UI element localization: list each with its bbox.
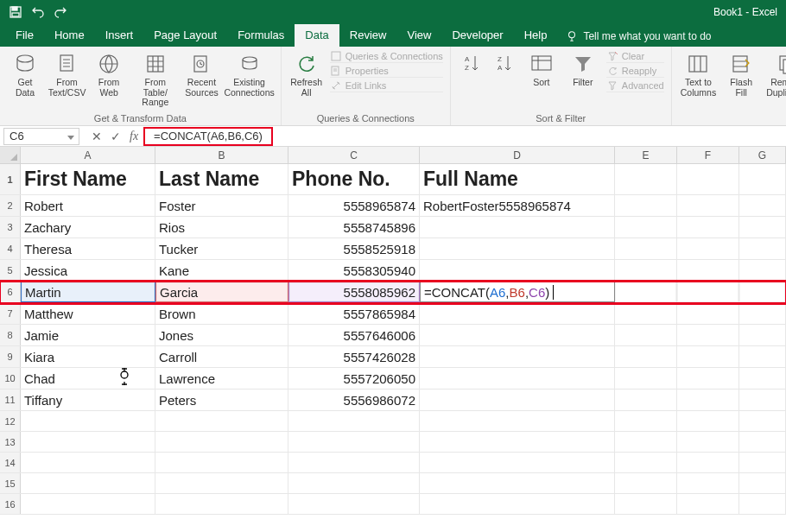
row-header[interactable]: 4	[0, 238, 21, 259]
flash-fill-button[interactable]: FlashFill	[723, 50, 759, 99]
cell[interactable]: Matthew	[21, 303, 155, 324]
tab-help[interactable]: Help	[514, 24, 558, 47]
cell[interactable]: Tucker	[155, 238, 288, 259]
tab-home[interactable]: Home	[44, 24, 95, 47]
spreadsheet-grid[interactable]: A B C D E F G 1 First Name Last Name Pho…	[0, 147, 786, 515]
sort-button[interactable]: Sort	[523, 50, 560, 90]
enter-formula-icon[interactable]: ✓	[111, 130, 121, 143]
fx-icon[interactable]: fx	[130, 130, 138, 143]
advanced-button[interactable]: Advanced	[606, 79, 664, 92]
cell[interactable]	[420, 238, 615, 259]
col-header-g[interactable]: G	[739, 147, 786, 163]
cell[interactable]	[615, 325, 677, 345]
cell[interactable]	[420, 325, 615, 345]
cell[interactable]	[615, 390, 677, 410]
cell[interactable]	[615, 494, 677, 514]
row-header[interactable]: 10	[0, 368, 21, 389]
cell[interactable]	[677, 303, 739, 324]
cell[interactable]	[615, 453, 677, 472]
cell[interactable]	[615, 217, 677, 238]
cell[interactable]: First Name	[21, 164, 155, 194]
cell[interactable]	[155, 494, 288, 514]
row-header[interactable]: 14	[0, 453, 21, 472]
row-header[interactable]: 2	[0, 195, 21, 216]
cell[interactable]: 5558305940	[288, 260, 420, 281]
cell[interactable]	[739, 432, 786, 452]
undo-icon[interactable]	[31, 5, 45, 19]
get-data-button[interactable]: GetData	[7, 50, 43, 99]
cell[interactable]	[420, 432, 615, 452]
tab-pagelayout[interactable]: Page Layout	[143, 24, 227, 47]
remove-duplicates-button[interactable]: RemoveDuplicates	[764, 50, 786, 99]
cell[interactable]	[677, 217, 739, 238]
cell[interactable]	[677, 411, 739, 431]
cell[interactable]	[739, 195, 786, 216]
cell[interactable]: 5557646006	[288, 325, 420, 345]
from-web-button[interactable]: FromWeb	[91, 50, 127, 99]
properties-button[interactable]: Properties	[330, 65, 443, 78]
cell[interactable]	[420, 260, 615, 281]
cell[interactable]: 5557206050	[288, 368, 420, 389]
cell[interactable]	[615, 346, 677, 367]
cell[interactable]	[739, 390, 786, 410]
cell[interactable]	[739, 473, 786, 493]
cell[interactable]: Foster	[155, 195, 288, 216]
cell[interactable]	[615, 411, 677, 431]
cell[interactable]	[739, 411, 786, 431]
filter-button[interactable]: Filter	[565, 50, 601, 90]
tab-view[interactable]: View	[396, 24, 441, 47]
cancel-formula-icon[interactable]: ✕	[92, 130, 102, 143]
tab-file[interactable]: File	[5, 24, 44, 47]
cell[interactable]	[288, 473, 420, 493]
cell[interactable]	[420, 368, 615, 389]
edit-links-button[interactable]: Edit Links	[330, 79, 443, 92]
row-header[interactable]: 7	[0, 303, 21, 324]
cell[interactable]	[420, 411, 615, 431]
cell[interactable]	[739, 282, 786, 302]
cell[interactable]	[677, 260, 739, 281]
cell[interactable]	[288, 494, 420, 514]
cell[interactable]	[615, 432, 677, 452]
cell[interactable]	[615, 238, 677, 259]
cell[interactable]: Brown	[155, 303, 288, 324]
cell[interactable]	[677, 238, 739, 259]
cell[interactable]	[739, 325, 786, 345]
reapply-button[interactable]: Reapply	[606, 65, 664, 78]
cell[interactable]: 5557426028	[288, 346, 420, 367]
recent-sources-button[interactable]: RecentSources	[183, 50, 219, 99]
tab-insert[interactable]: Insert	[95, 24, 144, 47]
cell[interactable]	[615, 473, 677, 493]
cell[interactable]	[739, 346, 786, 367]
cell[interactable]	[615, 195, 677, 216]
refresh-all-button[interactable]: RefreshAll	[288, 50, 325, 99]
cell[interactable]: Last Name	[155, 164, 288, 194]
col-header-e[interactable]: E	[615, 147, 677, 163]
cell[interactable]: 5558085962	[288, 282, 420, 302]
col-header-f[interactable]: F	[677, 147, 739, 163]
cell-editing[interactable]: =CONCAT(A6,B6,C6)	[420, 282, 615, 302]
row-header[interactable]: 16	[0, 494, 21, 514]
cell[interactable]	[739, 217, 786, 238]
queries-connections-button[interactable]: Queries & Connections	[330, 50, 443, 63]
cell[interactable]	[21, 411, 155, 431]
row-header[interactable]: 8	[0, 325, 21, 345]
formula-input[interactable]: =CONCAT(A6,B6,C6)	[149, 128, 268, 145]
cell[interactable]	[21, 453, 155, 472]
cell[interactable]	[21, 432, 155, 452]
cell[interactable]: Robert	[21, 195, 155, 216]
cell[interactable]: Zachary	[21, 217, 155, 238]
col-header-b[interactable]: B	[155, 147, 288, 163]
sort-az-button[interactable]: AZ	[458, 50, 485, 78]
cell[interactable]	[420, 346, 615, 367]
cell[interactable]	[677, 432, 739, 452]
existing-connections-button[interactable]: ExistingConnections	[225, 50, 273, 99]
cell[interactable]: 5556986072	[288, 390, 420, 410]
from-table-range-button[interactable]: From Table/Range	[132, 50, 178, 110]
cell[interactable]	[677, 473, 739, 493]
text-to-columns-button[interactable]: Text toColumns	[679, 50, 718, 99]
cell[interactable]: Peters	[155, 390, 288, 410]
redo-icon[interactable]	[54, 5, 67, 19]
sort-za-button[interactable]: ZA	[491, 50, 518, 78]
select-all-corner[interactable]	[0, 147, 21, 163]
tab-formulas[interactable]: Formulas	[227, 24, 295, 47]
